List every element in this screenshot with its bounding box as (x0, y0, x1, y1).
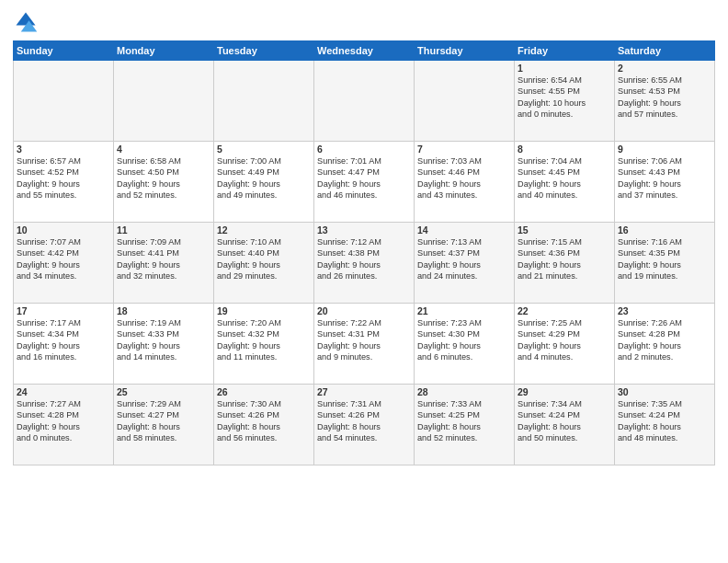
day-number: 30 (618, 386, 711, 397)
day-info: Sunrise: 6:54 AM Sunset: 4:55 PM Dayligh… (518, 75, 611, 121)
day-number: 22 (518, 305, 611, 316)
day-number: 28 (417, 386, 511, 397)
weekday-header: Friday (515, 41, 615, 61)
calendar-week-row: 24Sunrise: 7:27 AM Sunset: 4:28 PM Dayli… (14, 385, 715, 465)
day-info: Sunrise: 7:26 AM Sunset: 4:28 PM Dayligh… (618, 317, 711, 363)
calendar-cell: 12Sunrise: 7:10 AM Sunset: 4:40 PM Dayli… (214, 223, 314, 304)
day-number: 2 (618, 63, 711, 74)
day-info: Sunrise: 7:23 AM Sunset: 4:30 PM Dayligh… (417, 317, 511, 363)
calendar-cell: 28Sunrise: 7:33 AM Sunset: 4:25 PM Dayli… (415, 385, 515, 465)
day-number: 18 (117, 305, 210, 316)
day-info: Sunrise: 7:13 AM Sunset: 4:37 PM Dayligh… (417, 236, 511, 282)
day-info: Sunrise: 7:06 AM Sunset: 4:43 PM Dayligh… (618, 155, 711, 201)
calendar-cell: 5Sunrise: 7:00 AM Sunset: 4:49 PM Daylig… (214, 142, 314, 223)
calendar-cell: 2Sunrise: 6:55 AM Sunset: 4:53 PM Daylig… (615, 61, 715, 142)
day-info: Sunrise: 7:25 AM Sunset: 4:29 PM Dayligh… (518, 317, 611, 363)
day-info: Sunrise: 6:58 AM Sunset: 4:50 PM Dayligh… (117, 155, 210, 201)
calendar-cell: 14Sunrise: 7:13 AM Sunset: 4:37 PM Dayli… (415, 223, 515, 304)
day-number: 27 (317, 386, 411, 397)
day-number: 19 (217, 305, 311, 316)
calendar-cell: 11Sunrise: 7:09 AM Sunset: 4:41 PM Dayli… (114, 223, 214, 304)
calendar-cell: 23Sunrise: 7:26 AM Sunset: 4:28 PM Dayli… (615, 304, 715, 385)
calendar-cell: 3Sunrise: 6:57 AM Sunset: 4:52 PM Daylig… (14, 142, 114, 223)
calendar-cell: 15Sunrise: 7:15 AM Sunset: 4:36 PM Dayli… (515, 223, 615, 304)
day-number: 10 (17, 224, 110, 236)
calendar-cell: 22Sunrise: 7:25 AM Sunset: 4:29 PM Dayli… (515, 304, 615, 385)
day-info: Sunrise: 7:01 AM Sunset: 4:47 PM Dayligh… (317, 155, 411, 201)
day-info: Sunrise: 6:57 AM Sunset: 4:52 PM Dayligh… (17, 155, 110, 201)
day-number: 12 (217, 224, 311, 236)
day-number: 7 (417, 144, 511, 155)
calendar-cell: 20Sunrise: 7:22 AM Sunset: 4:31 PM Dayli… (314, 304, 415, 385)
calendar-cell: 1Sunrise: 6:54 AM Sunset: 4:55 PM Daylig… (515, 61, 615, 142)
calendar-cell: 6Sunrise: 7:01 AM Sunset: 4:47 PM Daylig… (314, 142, 415, 223)
calendar-cell: 19Sunrise: 7:20 AM Sunset: 4:32 PM Dayli… (214, 304, 314, 385)
day-number: 8 (518, 144, 611, 155)
calendar-week-row: 3Sunrise: 6:57 AM Sunset: 4:52 PM Daylig… (14, 142, 715, 223)
day-number: 15 (518, 224, 611, 236)
day-number: 20 (317, 305, 411, 316)
calendar-week-row: 1Sunrise: 6:54 AM Sunset: 4:55 PM Daylig… (14, 61, 715, 142)
logo-icon (13, 9, 39, 35)
calendar-table: SundayMondayTuesdayWednesdayThursdayFrid… (13, 40, 715, 465)
calendar-cell: 16Sunrise: 7:16 AM Sunset: 4:35 PM Dayli… (615, 223, 715, 304)
page-container: SundayMondayTuesdayWednesdayThursdayFrid… (0, 0, 728, 563)
weekday-header: Tuesday (214, 41, 314, 61)
calendar-cell (314, 61, 415, 142)
day-number: 25 (117, 386, 210, 397)
calendar-week-row: 17Sunrise: 7:17 AM Sunset: 4:34 PM Dayli… (14, 304, 715, 385)
calendar-header-row: SundayMondayTuesdayWednesdayThursdayFrid… (14, 41, 715, 61)
day-info: Sunrise: 7:07 AM Sunset: 4:42 PM Dayligh… (17, 236, 110, 282)
day-number: 4 (117, 144, 210, 155)
day-info: Sunrise: 7:12 AM Sunset: 4:38 PM Dayligh… (317, 236, 411, 282)
day-info: Sunrise: 7:34 AM Sunset: 4:24 PM Dayligh… (518, 398, 611, 444)
day-number: 21 (417, 305, 511, 316)
day-info: Sunrise: 7:20 AM Sunset: 4:32 PM Dayligh… (217, 317, 311, 363)
calendar-cell (114, 61, 214, 142)
calendar-cell (214, 61, 314, 142)
calendar-cell: 8Sunrise: 7:04 AM Sunset: 4:45 PM Daylig… (515, 142, 615, 223)
day-number: 6 (317, 144, 411, 155)
day-info: Sunrise: 6:55 AM Sunset: 4:53 PM Dayligh… (618, 75, 711, 121)
calendar-cell: 26Sunrise: 7:30 AM Sunset: 4:26 PM Dayli… (214, 385, 314, 465)
day-number: 5 (217, 144, 311, 155)
day-info: Sunrise: 7:19 AM Sunset: 4:33 PM Dayligh… (117, 317, 210, 363)
day-info: Sunrise: 7:04 AM Sunset: 4:45 PM Dayligh… (518, 155, 611, 201)
weekday-header: Monday (114, 41, 214, 61)
day-info: Sunrise: 7:27 AM Sunset: 4:28 PM Dayligh… (17, 398, 110, 444)
calendar-body: 1Sunrise: 6:54 AM Sunset: 4:55 PM Daylig… (14, 61, 715, 465)
day-number: 13 (317, 224, 411, 236)
calendar-cell: 24Sunrise: 7:27 AM Sunset: 4:28 PM Dayli… (14, 385, 114, 465)
day-info: Sunrise: 7:00 AM Sunset: 4:49 PM Dayligh… (217, 155, 311, 201)
weekday-header: Wednesday (314, 41, 415, 61)
svg-marker-0 (17, 13, 36, 26)
day-info: Sunrise: 7:10 AM Sunset: 4:40 PM Dayligh… (217, 236, 311, 282)
calendar-cell: 7Sunrise: 7:03 AM Sunset: 4:46 PM Daylig… (415, 142, 515, 223)
calendar-cell: 4Sunrise: 6:58 AM Sunset: 4:50 PM Daylig… (114, 142, 214, 223)
logo (13, 9, 42, 35)
day-info: Sunrise: 7:16 AM Sunset: 4:35 PM Dayligh… (618, 236, 711, 282)
calendar-cell: 17Sunrise: 7:17 AM Sunset: 4:34 PM Dayli… (14, 304, 114, 385)
day-number: 23 (618, 305, 711, 316)
calendar-week-row: 10Sunrise: 7:07 AM Sunset: 4:42 PM Dayli… (14, 223, 715, 304)
day-number: 14 (417, 224, 511, 236)
day-info: Sunrise: 7:33 AM Sunset: 4:25 PM Dayligh… (417, 398, 511, 444)
calendar-cell: 27Sunrise: 7:31 AM Sunset: 4:26 PM Dayli… (314, 385, 415, 465)
weekday-header: Saturday (615, 41, 715, 61)
day-number: 26 (217, 386, 311, 397)
day-number: 1 (518, 63, 611, 74)
calendar-cell: 30Sunrise: 7:35 AM Sunset: 4:24 PM Dayli… (615, 385, 715, 465)
day-number: 24 (17, 386, 110, 397)
day-number: 9 (618, 144, 711, 155)
day-number: 29 (518, 386, 611, 397)
calendar-cell: 13Sunrise: 7:12 AM Sunset: 4:38 PM Dayli… (314, 223, 415, 304)
day-number: 16 (618, 224, 711, 236)
day-info: Sunrise: 7:29 AM Sunset: 4:27 PM Dayligh… (117, 398, 210, 444)
calendar-cell: 9Sunrise: 7:06 AM Sunset: 4:43 PM Daylig… (615, 142, 715, 223)
calendar-cell: 10Sunrise: 7:07 AM Sunset: 4:42 PM Dayli… (14, 223, 114, 304)
calendar-cell (415, 61, 515, 142)
weekday-header: Thursday (415, 41, 515, 61)
day-info: Sunrise: 7:30 AM Sunset: 4:26 PM Dayligh… (217, 398, 311, 444)
calendar-cell (14, 61, 114, 142)
calendar-cell: 18Sunrise: 7:19 AM Sunset: 4:33 PM Dayli… (114, 304, 214, 385)
